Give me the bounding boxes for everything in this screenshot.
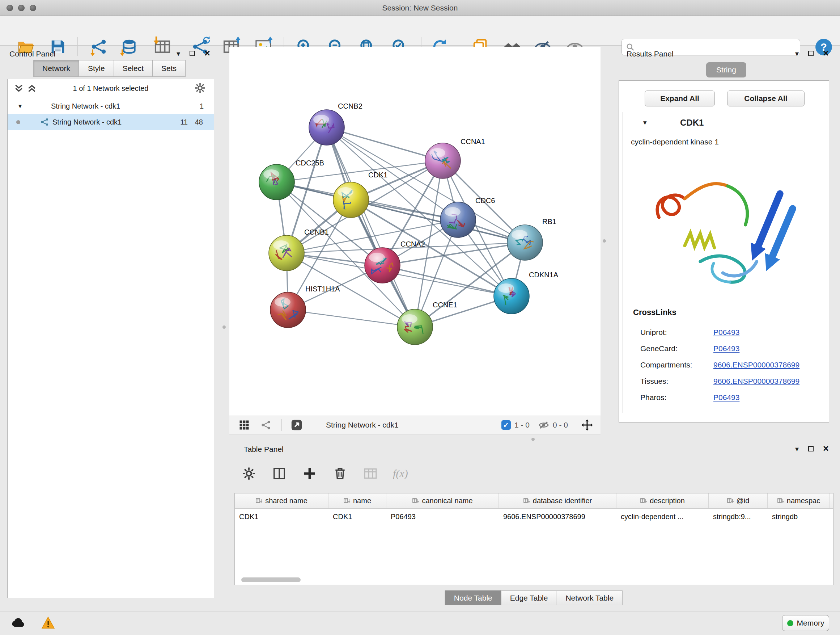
gene-card-header[interactable]: ▾ CDK1	[623, 112, 825, 133]
tab-node-table[interactable]: Node Table	[445, 591, 501, 605]
float-panel-icon[interactable]	[189, 51, 195, 56]
scrollbar-thumb[interactable]	[241, 578, 301, 582]
column-header-id[interactable]: @id	[709, 494, 767, 508]
clear-table-button[interactable]	[363, 466, 378, 481]
sort-column-icon	[256, 497, 263, 505]
selected-checkbox-icon[interactable]: ✓	[501, 420, 511, 430]
network-row-selected[interactable]: String Network - cdk1 11 48	[8, 114, 214, 130]
column-header-database-identifier[interactable]: database identifier	[499, 494, 616, 508]
edge-CCNA2-CDKN1A[interactable]	[382, 265, 512, 296]
node-CCNB1[interactable]	[269, 235, 304, 271]
edge-CDK1-RB1[interactable]	[351, 200, 525, 242]
tab-sets[interactable]: Sets	[152, 60, 186, 77]
expand-all-button[interactable]: Expand All	[645, 90, 715, 106]
table-cell[interactable]: stringdb	[767, 509, 830, 524]
node-CCNA2[interactable]	[365, 248, 400, 283]
table-cell[interactable]: cyclin-dependent ...	[616, 509, 709, 524]
crosslink-link-compartments[interactable]: 9606.ENSP00000378699	[714, 361, 799, 369]
tree-expander-icon[interactable]: ▾	[19, 102, 22, 110]
show-columns-button[interactable]	[271, 466, 287, 481]
import-network-database-button[interactable]	[118, 36, 140, 57]
table-cell[interactable]: CDK1	[328, 509, 386, 524]
node-RB1[interactable]	[507, 225, 543, 260]
sort-column-icon	[343, 497, 351, 505]
node-CCNA1[interactable]	[425, 143, 461, 179]
close-panel-icon[interactable]: ×	[823, 444, 829, 454]
import-network-file-button[interactable]	[88, 36, 110, 57]
node-HIST1H1A[interactable]	[270, 292, 306, 328]
close-panel-icon[interactable]: ×	[204, 49, 210, 58]
edge-HIST1H1A-CCNE1[interactable]	[288, 310, 415, 327]
crosslinks-heading: CrossLinks	[633, 308, 676, 317]
table-horizontal-scrollbar[interactable]	[235, 578, 833, 583]
column-header-description[interactable]: description	[616, 494, 709, 508]
network-view-title: String Network - cdk1	[326, 421, 399, 429]
column-header-name[interactable]: name	[328, 494, 386, 508]
tab-edge-table[interactable]: Edge Table	[501, 591, 557, 605]
column-header-shared-name[interactable]: shared name	[235, 494, 328, 508]
table-cell[interactable]: P06493	[386, 509, 499, 524]
warning-icon[interactable]	[40, 614, 57, 631]
crosslink-link-pharos[interactable]: P06493	[714, 393, 739, 402]
close-panel-icon[interactable]: ×	[823, 49, 829, 58]
node-CCNB2[interactable]	[309, 110, 344, 145]
tab-string[interactable]: String	[706, 62, 746, 78]
collapse-panel-chevron-icon[interactable]: ▾	[795, 50, 799, 57]
window-title: Session: New Session	[382, 4, 458, 12]
collapse-section-chevron-icon[interactable]: ▾	[643, 119, 647, 127]
network-bullet-icon	[16, 120, 20, 124]
memory-button[interactable]: Memory	[782, 615, 829, 631]
tab-network[interactable]: Network	[33, 60, 79, 77]
crosslink-row: Uniprot:P06493	[623, 325, 825, 340]
node-count: 11	[180, 118, 188, 126]
node-CDK1[interactable]	[333, 182, 369, 218]
table-row[interactable]: CDK1CDK1P064939606.ENSP00000378699cyclin…	[235, 509, 833, 524]
delete-column-button[interactable]	[332, 466, 348, 481]
function-builder-button[interactable]: f(x)	[393, 467, 408, 480]
edge-CCNB2-CCNE1[interactable]	[327, 127, 415, 327]
collapse-all-button[interactable]: Collapse All	[727, 90, 805, 106]
hidden-eye-slash-icon[interactable]	[538, 419, 550, 431]
tab-style[interactable]: Style	[79, 60, 114, 77]
network-collection-row[interactable]: ▾ String Network - cdk1 1	[8, 98, 214, 114]
crosslink-link-tissues[interactable]: 9606.ENSP00000378699	[714, 377, 799, 386]
float-panel-icon[interactable]	[808, 51, 813, 56]
column-settings-gear-button[interactable]	[241, 466, 257, 481]
network-share-icon[interactable]	[260, 419, 272, 431]
zoom-window-icon[interactable]	[30, 5, 36, 11]
crosslink-link-genecard[interactable]: P06493	[714, 344, 739, 353]
node-CDC6[interactable]	[440, 202, 476, 238]
bottom-splitter-handle[interactable]	[531, 438, 535, 441]
node-CCNE1[interactable]	[397, 309, 433, 345]
edge-CCNB2-CCNA1[interactable]	[327, 127, 443, 161]
close-window-icon[interactable]	[6, 5, 13, 11]
cloud-icon[interactable]	[10, 614, 27, 631]
column-header-canonical-name[interactable]: canonical name	[386, 494, 499, 508]
add-column-button[interactable]	[302, 466, 317, 481]
collapse-panel-chevron-icon[interactable]: ▾	[177, 50, 180, 57]
tab-select[interactable]: Select	[114, 60, 153, 77]
tab-network-table[interactable]: Network Table	[556, 591, 622, 605]
right-splitter-handle[interactable]	[603, 239, 606, 242]
table-cell[interactable]: 9606.ENSP00000378699	[499, 509, 616, 524]
left-splitter-handle[interactable]	[223, 325, 226, 329]
minimize-window-icon[interactable]	[18, 5, 25, 11]
network-list-panel: 1 of 1 Network selected ▾ String Network…	[7, 79, 214, 598]
export-network-icon[interactable]	[291, 419, 303, 431]
column-header-namespac[interactable]: namespac	[767, 494, 830, 508]
results-panel-controls: ▾ ×	[795, 49, 829, 58]
network-canvas[interactable]: CCNB2CCNA1CDC25BCDK1CDC6RB1CCNB1CCNA2CDK…	[229, 47, 600, 416]
sort-column-icon	[640, 497, 647, 505]
birdseye-view-icon[interactable]	[238, 419, 250, 431]
table-cell[interactable]: CDK1	[235, 509, 328, 524]
float-panel-icon[interactable]	[808, 446, 813, 451]
node-CDC25B[interactable]	[259, 165, 294, 200]
pan-move-icon[interactable]	[581, 419, 593, 431]
node-label-CCNE1: CCNE1	[433, 301, 457, 309]
table-cell[interactable]: stringdb:9...	[709, 509, 767, 524]
node-CDKN1A[interactable]	[494, 279, 529, 314]
network-options-gear-icon[interactable]	[194, 82, 206, 94]
crosslink-link-uniprot[interactable]: P06493	[714, 328, 739, 337]
import-table-button[interactable]	[152, 36, 173, 57]
collapse-panel-chevron-icon[interactable]: ▾	[795, 445, 799, 453]
